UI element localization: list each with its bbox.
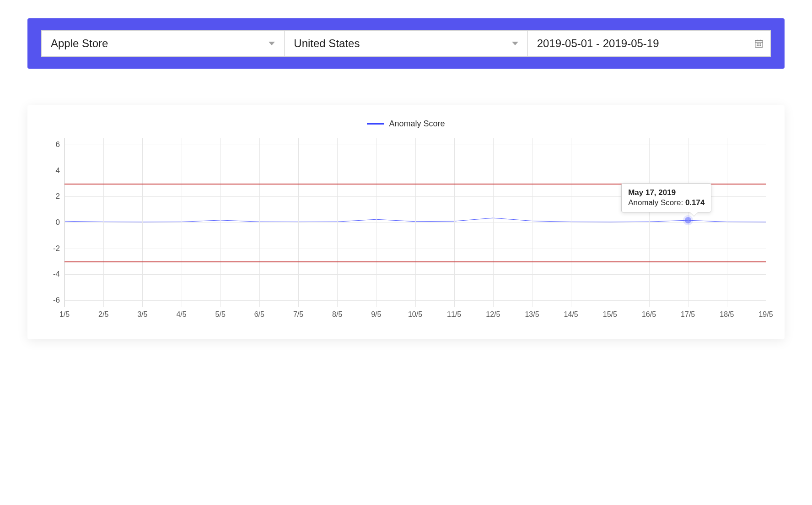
- y-tick-label: 6: [46, 140, 60, 149]
- threshold-line: [65, 261, 766, 262]
- legend-label: Anomaly Score: [389, 119, 445, 129]
- date-range-picker[interactable]: 2019-05-01 - 2019-05-19: [528, 30, 771, 57]
- country-select-value: United States: [294, 37, 360, 50]
- gridline-v: [415, 138, 416, 307]
- gridline-v: [376, 138, 376, 307]
- gridline-v: [532, 138, 532, 307]
- chart-legend: Anomaly Score: [41, 119, 771, 129]
- y-tick-label: 0: [46, 218, 60, 227]
- x-tick-label: 19/5: [758, 310, 773, 319]
- filter-bar: Apple Store United States 2019-05-01 - 2…: [27, 18, 785, 69]
- x-tick-label: 8/5: [332, 310, 342, 319]
- gridline-v: [220, 138, 221, 307]
- svg-point-5: [758, 43, 759, 44]
- gridline-v: [454, 138, 455, 307]
- gridline-v: [142, 138, 143, 307]
- svg-point-9: [760, 45, 761, 46]
- calendar-icon: [754, 38, 764, 49]
- gridline-v: [259, 138, 260, 307]
- svg-point-8: [758, 45, 759, 46]
- gridline-v: [182, 138, 182, 307]
- store-select-value: Apple Store: [51, 37, 108, 50]
- x-tick-label: 9/5: [371, 310, 381, 319]
- gridline-v: [571, 138, 571, 307]
- date-range-value: 2019-05-01 - 2019-05-19: [537, 37, 659, 50]
- x-tick-label: 6/5: [254, 310, 264, 319]
- x-tick-label: 4/5: [176, 310, 186, 319]
- gridline-v: [493, 138, 494, 307]
- gridline-v: [337, 138, 338, 307]
- plot-area: -6-4-202461/52/53/54/55/56/57/58/59/510/…: [64, 138, 766, 307]
- x-tick-label: 14/5: [564, 310, 578, 319]
- x-tick-label: 17/5: [681, 310, 695, 319]
- gridline-v: [65, 138, 65, 307]
- gridline-v: [103, 138, 104, 307]
- tooltip-row: Anomaly Score: 0.174: [628, 198, 704, 207]
- country-select[interactable]: United States: [285, 30, 527, 57]
- tooltip-value: 0.174: [685, 198, 705, 207]
- x-tick-label: 1/5: [59, 310, 70, 319]
- x-tick-label: 7/5: [293, 310, 303, 319]
- x-tick-label: 10/5: [408, 310, 422, 319]
- svg-point-7: [757, 45, 758, 46]
- gridline-v: [649, 138, 650, 307]
- gridline-v: [610, 138, 610, 307]
- x-tick-label: 5/5: [215, 310, 226, 319]
- y-tick-label: 2: [46, 192, 60, 201]
- y-tick-label: 4: [46, 166, 60, 175]
- tooltip-date: May 17, 2019: [628, 188, 704, 197]
- svg-point-6: [760, 43, 761, 44]
- chart-area[interactable]: -6-4-202461/52/53/54/55/56/57/58/59/510/…: [64, 138, 766, 321]
- gridline-v: [298, 138, 299, 307]
- x-tick-label: 16/5: [642, 310, 656, 319]
- x-tick-label: 15/5: [603, 310, 617, 319]
- x-tick-label: 18/5: [720, 310, 734, 319]
- y-tick-label: -4: [46, 270, 60, 279]
- x-tick-label: 3/5: [137, 310, 147, 319]
- x-tick-label: 2/5: [98, 310, 108, 319]
- chart-card: Anomaly Score -6-4-202461/52/53/54/55/56…: [27, 105, 785, 339]
- legend-swatch: [367, 123, 384, 125]
- chevron-down-icon: [269, 42, 275, 45]
- highlight-marker: [685, 217, 691, 223]
- x-tick-label: 12/5: [486, 310, 500, 319]
- x-tick-label: 11/5: [447, 310, 461, 319]
- x-tick-label: 13/5: [525, 310, 539, 319]
- svg-point-4: [757, 43, 758, 44]
- gridline-v: [727, 138, 727, 307]
- store-select[interactable]: Apple Store: [41, 30, 285, 57]
- gridline-v: [766, 138, 766, 307]
- chevron-down-icon: [512, 42, 518, 45]
- tooltip-label: Anomaly Score:: [628, 198, 685, 207]
- chart-tooltip: May 17, 2019Anomaly Score: 0.174: [621, 183, 711, 212]
- y-tick-label: -2: [46, 244, 60, 253]
- y-tick-label: -6: [46, 296, 60, 305]
